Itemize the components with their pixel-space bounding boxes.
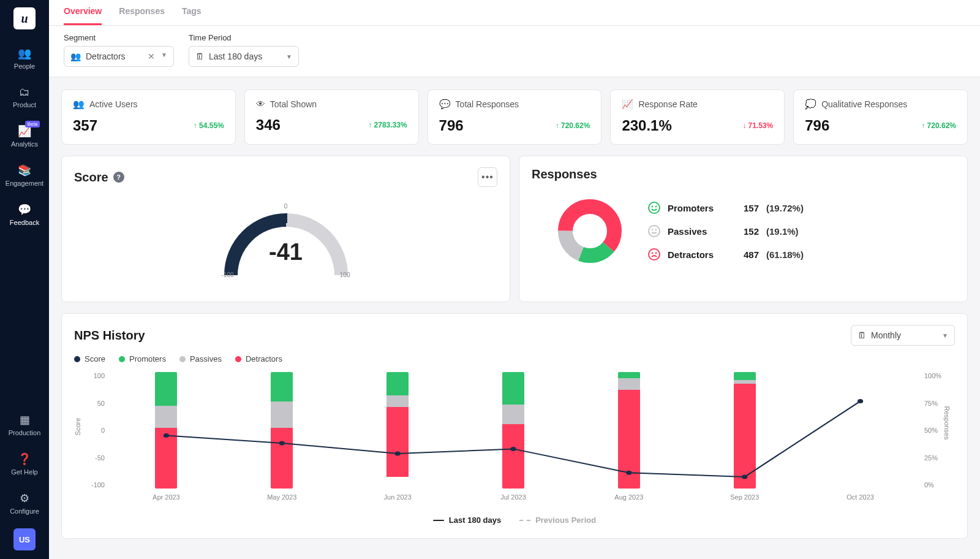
- y-left-tick: 100: [94, 372, 105, 379]
- history-period-select[interactable]: 🗓Monthly ▼: [851, 325, 955, 346]
- nav-label: Engagement: [6, 180, 43, 187]
- response-pct: (61.18%): [766, 249, 804, 260]
- nav-engagement[interactable]: 📚 Engagement: [6, 161, 43, 189]
- frown-icon: [648, 248, 660, 260]
- bar-seg-detractors: [386, 407, 409, 477]
- svg-point-8: [652, 229, 653, 230]
- bar-seg-promoters: [271, 372, 293, 401]
- bar-seg-promoters: [155, 372, 177, 406]
- bar-slot: [456, 372, 571, 489]
- bar-seg-passives: [502, 405, 524, 424]
- bar-seg-passives: [271, 401, 293, 428]
- stat-label: Response Rate: [638, 99, 698, 109]
- nav-label: Production: [9, 429, 41, 436]
- response-row: Detractors 487 (61.18%): [648, 248, 804, 260]
- stat-value: 796: [805, 117, 829, 134]
- bar-seg-detractors: [502, 424, 524, 489]
- stat-label: Total Responses: [456, 99, 519, 109]
- y-left-tick: -50: [95, 454, 105, 462]
- bar-slot: [224, 372, 340, 489]
- period-label: Time Period: [189, 33, 299, 42]
- stat-delta: ↑ 2783.33%: [368, 121, 407, 129]
- segment-value: Detractors: [86, 51, 126, 61]
- nav-analytics[interactable]: Beta 📈 Analytics: [6, 122, 43, 150]
- calendar-icon: 🗓: [858, 330, 866, 340]
- stat-label: Active Users: [89, 99, 138, 109]
- y-right-tick: 100%: [924, 372, 955, 379]
- nav-people[interactable]: 👥 People: [6, 44, 43, 72]
- help-icon: ❓: [18, 452, 31, 466]
- svg-point-5: [652, 206, 653, 207]
- stat-icon: 👥: [73, 99, 85, 110]
- stat-delta: ↑ 54.55%: [194, 121, 224, 130]
- svg-point-11: [649, 249, 660, 260]
- legend-current: Last 180 days: [449, 515, 501, 525]
- y-left-label: Score: [74, 418, 81, 436]
- tab-overview[interactable]: Overview: [64, 0, 102, 25]
- nav-production[interactable]: ▦ Production: [9, 411, 41, 439]
- svg-point-6: [655, 206, 657, 207]
- content: 👥Active Users 357 ↑ 54.55%👁Total Shown 3…: [49, 77, 980, 559]
- gear-icon: ⚙: [20, 492, 29, 505]
- tabs: Overview Responses Tags: [49, 0, 980, 26]
- nav-product[interactable]: 🗂 Product: [6, 83, 43, 111]
- nav-label: Get Help: [11, 468, 37, 476]
- avatar[interactable]: US: [13, 528, 36, 550]
- y-left-tick: 0: [101, 427, 105, 434]
- x-label: May 2023: [224, 493, 340, 501]
- chevron-down-icon: ▼: [942, 332, 948, 339]
- engagement-icon: 📚: [18, 164, 31, 177]
- segment-select[interactable]: 👥Detractors ✕▼: [64, 46, 174, 67]
- bar-seg-promoters: [734, 372, 756, 380]
- x-label: Sep 2023: [687, 493, 802, 501]
- clear-icon[interactable]: ✕: [145, 51, 157, 61]
- x-label: Jun 2023: [340, 493, 456, 501]
- legend-detractors: Detractors: [246, 354, 282, 363]
- tab-responses[interactable]: Responses: [119, 0, 165, 25]
- nav-label: People: [14, 63, 35, 70]
- bar-seg-passives: [618, 378, 640, 390]
- chevron-down-icon: ▼: [161, 51, 167, 61]
- nps-chart: Score100500-50-100 Responses100%75%50%25…: [74, 372, 955, 489]
- response-count: 487: [744, 249, 759, 260]
- stat-icon: 💭: [805, 99, 816, 110]
- stat-icon: 👁: [256, 99, 265, 109]
- calendar-icon: 🗓: [195, 51, 204, 61]
- period-select[interactable]: 🗓Last 180 days ▼: [189, 46, 299, 67]
- svg-point-7: [649, 226, 660, 237]
- bar-slot: [571, 372, 687, 489]
- x-label: Oct 2023: [802, 493, 918, 501]
- more-button[interactable]: •••: [478, 167, 497, 187]
- x-label: Apr 2023: [108, 493, 224, 501]
- stat-value: 346: [256, 116, 281, 134]
- nav-feedback[interactable]: 💬 Feedback: [6, 200, 43, 229]
- y-left-tick: 50: [97, 400, 105, 407]
- help-icon[interactable]: ?: [113, 172, 124, 183]
- bar-seg-detractors: [734, 384, 756, 489]
- stat-value: 796: [439, 117, 464, 134]
- response-row: Passives 152 (19.1%): [648, 225, 804, 237]
- legend-score: Score: [85, 354, 105, 363]
- bar-slot: [340, 372, 456, 489]
- nav-configure[interactable]: ⚙ Configure: [9, 489, 41, 517]
- people-icon: 👥: [18, 47, 31, 60]
- x-label: Aug 2023: [571, 493, 687, 501]
- bar-slot: [108, 372, 224, 489]
- bar-seg-promoters: [386, 372, 409, 395]
- svg-point-12: [652, 253, 653, 254]
- history-title: NPS History: [74, 329, 145, 343]
- tab-tags[interactable]: Tags: [182, 0, 202, 25]
- svg-rect-0: [285, 213, 287, 223]
- response-count: 157: [744, 203, 759, 213]
- neutral-icon: [648, 225, 660, 237]
- y-right-label: Responses: [943, 406, 950, 439]
- history-period-value: Monthly: [871, 330, 901, 340]
- stat-card: 👥Active Users 357 ↑ 54.55%: [61, 89, 236, 145]
- main: Overview Responses Tags Segment 👥Detract…: [49, 0, 980, 559]
- legend-row: Score Promoters Passives Detractors: [74, 354, 955, 363]
- people-icon: 👥: [70, 51, 81, 61]
- nav-help[interactable]: ❓ Get Help: [9, 450, 41, 478]
- response-label: Detractors: [668, 249, 729, 260]
- gauge-zero-label: 0: [284, 203, 288, 210]
- stat-card: 👁Total Shown 346 ↑ 2783.33%: [244, 89, 419, 145]
